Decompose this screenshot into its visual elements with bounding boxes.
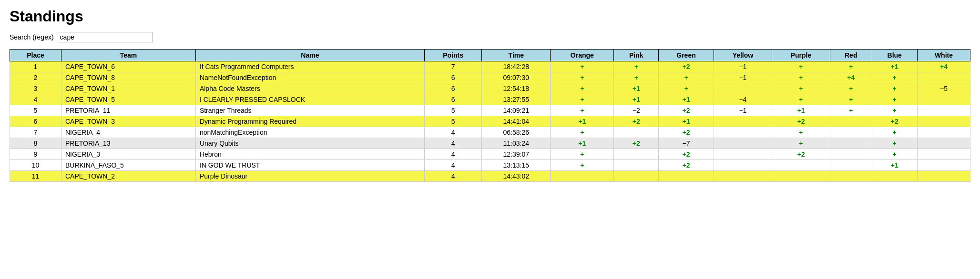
col-name: Name [195, 50, 424, 61]
table-row: 6CAPE_TOWN_3Dynamic Programming Required… [10, 116, 970, 127]
col-green: Green [659, 50, 714, 61]
table-row: 8PRETORIA_13Unary Qubits411:03:24+1+2−7+… [10, 138, 970, 149]
search-row: Search (regex) [10, 32, 970, 42]
col-purple: Purple [772, 50, 830, 61]
table-row: 11CAPE_TOWN_2Purple Dinosaur414:43:02 [10, 171, 970, 182]
col-red: Red [830, 50, 872, 61]
page-title: Standings [10, 8, 970, 25]
table-row: 1CAPE_TOWN_6If Cats Programmed Computers… [10, 61, 970, 72]
col-blue: Blue [872, 50, 917, 61]
table-row: 5PRETORIA_11Stranger Threads514:09:21+−2… [10, 105, 970, 116]
table-row: 7NIGERIA_4nonMatchingException406:58:26+… [10, 127, 970, 138]
col-points: Points [424, 50, 481, 61]
table-row: 9NIGERIA_3Hebron412:39:07++2+2+ [10, 149, 970, 160]
col-place: Place [10, 50, 61, 61]
col-time: Time [482, 50, 551, 61]
col-team: Team [61, 50, 195, 61]
col-orange: Orange [551, 50, 614, 61]
col-yellow: Yellow [714, 50, 772, 61]
col-pink: Pink [614, 50, 659, 61]
col-white: White [917, 50, 970, 61]
table-row: 10BURKINA_FASO_5IN GOD WE TRUST413:13:15… [10, 160, 970, 171]
table-header-row: Place Team Name Points Time Orange Pink … [10, 50, 970, 61]
table-row: 2CAPE_TOWN_8NameNotFoundException609:07:… [10, 72, 970, 83]
standings-table: Place Team Name Points Time Orange Pink … [10, 49, 970, 182]
table-row: 4CAPE_TOWN_5I CLEARLY PRESSED CAPSLOCK61… [10, 94, 970, 105]
search-input[interactable] [58, 32, 153, 42]
search-label: Search (regex) [10, 33, 54, 41]
table-row: 3CAPE_TOWN_1Alpha Code Masters612:54:18+… [10, 83, 970, 94]
